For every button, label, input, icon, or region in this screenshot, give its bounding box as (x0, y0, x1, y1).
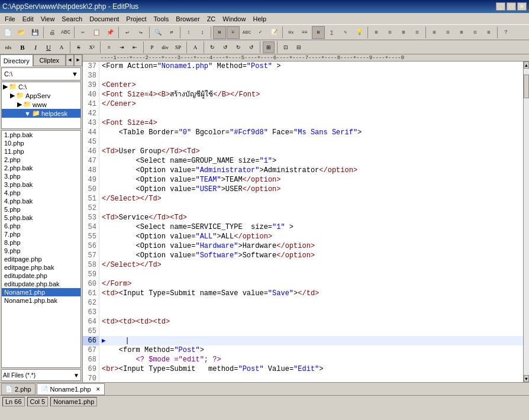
tb16[interactable]: H (312, 26, 325, 39)
file-item[interactable]: 2.php.bak (2, 164, 80, 172)
file-list[interactable]: 1.php.bak10.php11.php2.php2.php.bak3.php… (1, 130, 81, 368)
code-line[interactable]: <? $mode ="edit"; ?> (99, 355, 523, 364)
code-line[interactable]: ▶ | (99, 336, 523, 345)
tb26[interactable]: ⊠ (455, 26, 468, 39)
file-type-selector[interactable]: All Files (*.*) ▼ (1, 369, 81, 381)
code-line[interactable]: </Cener> (99, 99, 523, 109)
code-line[interactable]: <Font Size=4><B>สร้างบัญชีผู้ใช้</B></Fo… (99, 90, 523, 99)
scroll-down-button[interactable]: ▼ (524, 375, 529, 382)
fmt14[interactable]: ⊞ (263, 41, 275, 53)
tree-view[interactable]: ▶📁C:\▶📁AppServ▶📁www▼📁helpdesk (1, 82, 81, 129)
code-line[interactable]: <Form Action="Noname1.php" Method="Post"… (99, 62, 523, 71)
new-button[interactable]: 📄 (1, 26, 14, 39)
code-content[interactable]: <Form Action="Noname1.php" Method="Post"… (99, 62, 523, 382)
file-item[interactable]: 10.php (2, 139, 80, 147)
tb18[interactable]: ✎ (339, 26, 352, 39)
find-button[interactable]: 🔍 (151, 26, 164, 39)
superscript[interactable]: X² (86, 41, 98, 53)
tb10[interactable]: ≡ (227, 26, 240, 39)
code-line[interactable] (99, 270, 523, 279)
open-button[interactable]: 📂 (15, 26, 28, 39)
code-line[interactable]: <Select name=GROUP_NAME size="1"> (99, 156, 523, 166)
file-item[interactable]: 5.php.bak (2, 214, 80, 222)
fmt13[interactable]: ↺ (246, 41, 257, 53)
code-line[interactable]: <td><Input Type=Submit name=Save value="… (99, 289, 523, 298)
tb27[interactable]: ⊡ (469, 26, 482, 39)
font-color[interactable]: A (56, 41, 67, 53)
scroll-track[interactable] (524, 69, 529, 375)
vertical-scrollbar[interactable]: ▲ ▼ (523, 62, 529, 382)
code-line[interactable]: </Form> (99, 279, 523, 289)
tree-item[interactable]: ▶📁www (2, 100, 80, 109)
tb15[interactable]: ≡≡ (298, 26, 311, 39)
file-item[interactable]: Noname1.php.bak (2, 296, 80, 305)
tb28[interactable]: ⊞ (482, 26, 495, 39)
tb12[interactable]: ✓ (254, 26, 267, 39)
code-line[interactable]: <Td>User Group</Td><Td> (99, 147, 523, 156)
code-line[interactable]: <Center> (99, 80, 523, 90)
code-line[interactable]: <Option value="USER">USER</option> (99, 185, 523, 194)
fmt15[interactable]: ⊡ (280, 41, 292, 53)
code-line[interactable]: <Option value="Administrator">Administra… (99, 166, 523, 175)
file-item[interactable]: 5.php (2, 205, 80, 214)
fmt9[interactable]: A (189, 41, 201, 53)
tree-item[interactable]: ▶📁C:\ (2, 82, 80, 91)
tb25[interactable]: ⊟ (441, 26, 454, 39)
code-line[interactable] (99, 71, 523, 80)
code-line[interactable] (99, 308, 523, 317)
fmt12[interactable]: ↻ (233, 41, 244, 53)
menu-item-file[interactable]: File (1, 14, 19, 24)
file-item[interactable]: editupdate.php (2, 272, 80, 280)
code-line[interactable]: <Option value="ALL">ALL</option> (99, 232, 523, 241)
replace-button[interactable]: ⇄ (165, 26, 178, 39)
code-line[interactable]: <Td>Service</Td><Td> (99, 213, 523, 222)
menu-item-document[interactable]: Document (86, 14, 122, 24)
tb13[interactable]: 📝 (267, 26, 280, 39)
print-button[interactable]: 🖨 (46, 26, 59, 39)
file-item[interactable]: editupdate.php.bak (2, 280, 80, 288)
code-line[interactable]: <Table Border="0" Bgcolor="#Fcf9d8" Face… (99, 128, 523, 137)
code-line[interactable]: <Font Size=4> (99, 118, 523, 128)
tree-item[interactable]: ▶📁AppServ (2, 91, 80, 100)
directory-tab[interactable]: Directory (0, 54, 33, 66)
file-item[interactable]: 9.php (2, 247, 80, 255)
code-line[interactable]: <Option value="Hardware">Hardware</optio… (99, 241, 523, 251)
minimize-button[interactable]: _ (496, 2, 505, 11)
norm-size[interactable]: nls (1, 41, 15, 53)
help-button[interactable]: ? (499, 26, 512, 39)
code-line[interactable] (99, 327, 523, 336)
file-item[interactable]: editpage.php (2, 255, 80, 263)
fmt4[interactable]: ⇥ (116, 41, 128, 53)
file-item[interactable]: 4.php (2, 189, 80, 197)
menu-item-window[interactable]: Window (219, 14, 249, 24)
code-line[interactable] (99, 203, 523, 213)
tb21[interactable]: ⊟ (383, 26, 396, 39)
code-line[interactable]: <Option value="Software">Software</optio… (99, 251, 523, 260)
menu-item-browser[interactable]: Browser (172, 14, 203, 24)
fmt16[interactable]: ⊟ (293, 41, 305, 53)
menu-item-help[interactable]: Help (249, 14, 270, 24)
file-item[interactable]: 4.php.bak (2, 197, 80, 205)
code-line[interactable] (99, 374, 523, 382)
cliptex-tab[interactable]: Cliptex (33, 54, 66, 66)
tb19[interactable]: 💡 (353, 26, 366, 39)
file-item[interactable]: 6.php (2, 222, 80, 230)
fmt5[interactable]: ⇤ (129, 41, 141, 53)
strikethrough[interactable]: S (73, 41, 85, 53)
file-item[interactable]: 8.php (2, 238, 80, 247)
menu-item-project[interactable]: Project (122, 14, 150, 24)
tb22[interactable]: ⊠ (397, 26, 410, 39)
fmt7[interactable]: div (159, 41, 171, 53)
file-item[interactable]: 11.php (2, 147, 80, 156)
save-button[interactable]: 💾 (28, 26, 41, 39)
file-item[interactable]: 7.php (2, 230, 80, 238)
code-line[interactable]: <form Method="Post"> (99, 345, 523, 355)
code-line[interactable]: </Select></Td> (99, 194, 523, 203)
tb9[interactable]: H (213, 26, 226, 39)
tb17[interactable]: ∑ (325, 26, 338, 39)
maximize-button[interactable]: □ (507, 2, 516, 11)
paste-button[interactable]: 📌 (104, 26, 117, 39)
tb24[interactable]: ⊞ (428, 26, 441, 39)
panel-right-arrow[interactable]: ► (74, 54, 82, 66)
code-line[interactable]: <Select name=SERVICE_TYPE size="1" > (99, 222, 523, 232)
